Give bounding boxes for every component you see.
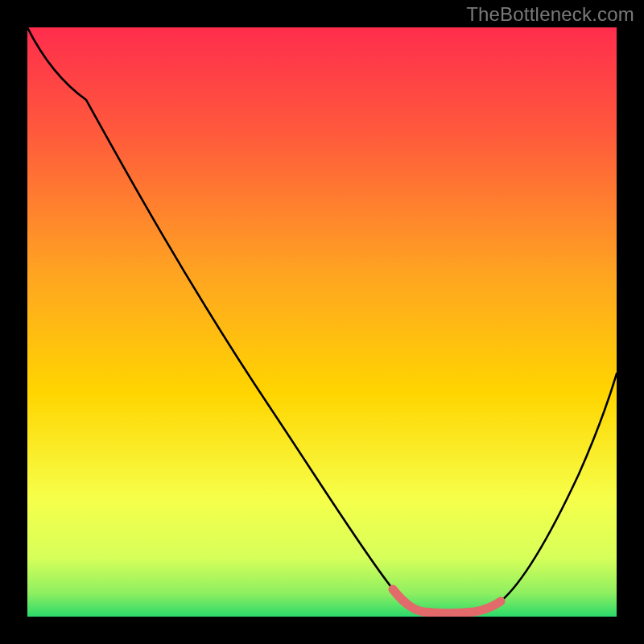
gradient-background <box>27 27 617 617</box>
chart-svg <box>27 27 617 617</box>
chart-frame: TheBottleneck.com <box>0 0 644 644</box>
chart-plot-area <box>27 27 617 617</box>
watermark-text: TheBottleneck.com <box>466 3 634 26</box>
